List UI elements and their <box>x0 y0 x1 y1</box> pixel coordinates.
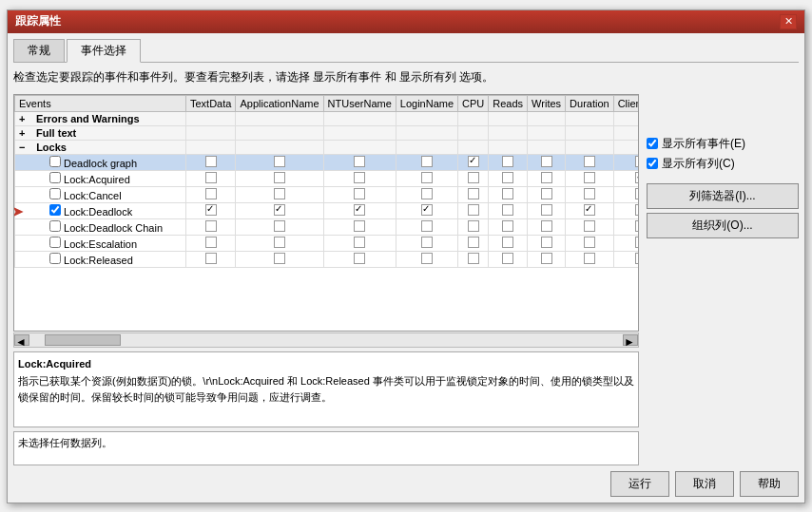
col-filter-button[interactable]: 列筛选器(I)... <box>647 183 799 209</box>
table-row[interactable]: Lock:Cancel <box>15 186 640 202</box>
cell-check[interactable] <box>528 218 566 235</box>
cell-check[interactable] <box>186 186 236 202</box>
cell-check[interactable] <box>528 154 566 170</box>
cell-check[interactable] <box>458 170 489 186</box>
cell-check[interactable] <box>236 235 323 251</box>
cancel-button[interactable]: 取消 <box>675 471 734 497</box>
cell-check[interactable] <box>458 186 489 202</box>
cell-check[interactable] <box>236 154 323 170</box>
cell-check[interactable] <box>528 170 566 186</box>
cell-check[interactable] <box>396 218 457 235</box>
cell-check[interactable] <box>396 154 457 170</box>
cell-check[interactable] <box>186 235 236 251</box>
table-row[interactable]: − Locks <box>15 140 640 154</box>
organize-cols-button[interactable]: 组织列(O)... <box>647 213 799 238</box>
table-row[interactable]: + Full text <box>15 125 640 140</box>
tree-toggle[interactable]: − <box>19 142 30 153</box>
cell-check[interactable] <box>489 251 528 267</box>
cell-check[interactable] <box>323 202 396 218</box>
row-checkbox[interactable] <box>49 204 61 216</box>
cell-check[interactable] <box>458 218 489 235</box>
cell-check[interactable] <box>489 186 528 202</box>
cell-check[interactable] <box>528 251 566 267</box>
cell-check[interactable] <box>613 186 639 202</box>
cell-check[interactable] <box>236 251 323 267</box>
show-all-columns-option[interactable]: 显示所有列(C) <box>647 156 799 172</box>
row-checkbox[interactable] <box>49 188 61 199</box>
cell-check[interactable] <box>566 154 614 170</box>
table-row[interactable]: Lock:Acquired <box>15 170 640 186</box>
cell-check[interactable] <box>186 170 236 186</box>
cell-check[interactable] <box>458 202 489 218</box>
table-row[interactable]: + Errors and Warnings <box>15 111 640 125</box>
cell-check[interactable] <box>458 235 489 251</box>
cell-check[interactable] <box>236 170 323 186</box>
cell-check[interactable] <box>186 154 236 170</box>
cell-check[interactable] <box>613 154 639 170</box>
cell-check[interactable] <box>613 251 639 267</box>
show-all-events-checkbox[interactable] <box>647 138 658 149</box>
cell-check[interactable] <box>323 218 396 235</box>
cell-check[interactable] <box>236 218 323 235</box>
cell-check[interactable] <box>528 202 566 218</box>
cell-check[interactable] <box>323 154 396 170</box>
cell-check[interactable] <box>566 251 614 267</box>
cell-check[interactable] <box>458 154 489 170</box>
cell-check[interactable] <box>458 251 489 267</box>
events-table-container[interactable]: Events TextData ApplicationName NTUserNa… <box>13 94 639 332</box>
show-all-events-option[interactable]: 显示所有事件(E) <box>647 136 799 152</box>
horizontal-scrollbar[interactable]: ◄ ► <box>13 332 639 348</box>
run-button[interactable]: 运行 <box>610 471 669 497</box>
cell-check <box>528 111 566 125</box>
table-row[interactable]: Lock:Deadlock Chain <box>15 218 640 235</box>
tab-general[interactable]: 常规 <box>13 39 65 62</box>
cell-check[interactable] <box>566 202 614 218</box>
cell-check[interactable] <box>323 235 396 251</box>
tree-toggle[interactable]: + <box>19 113 30 124</box>
cell-check[interactable] <box>236 186 323 202</box>
cell-check[interactable] <box>396 202 457 218</box>
cell-check[interactable] <box>396 251 457 267</box>
table-row[interactable]: ➤ Lock:Deadlock <box>15 202 640 218</box>
cell-check[interactable] <box>489 170 528 186</box>
cell-check[interactable] <box>236 202 323 218</box>
help-button[interactable]: 帮助 <box>740 471 799 497</box>
cell-check[interactable] <box>528 235 566 251</box>
cell-check[interactable] <box>396 235 457 251</box>
cell-check[interactable] <box>186 202 236 218</box>
cell-check[interactable] <box>489 202 528 218</box>
row-checkbox[interactable] <box>49 220 61 232</box>
table-row[interactable]: Lock:Released <box>15 251 640 267</box>
show-all-columns-checkbox[interactable] <box>647 158 658 169</box>
cell-check[interactable] <box>613 218 639 235</box>
table-row[interactable]: Lock:Escalation <box>15 235 640 251</box>
cell-check[interactable] <box>566 235 614 251</box>
row-checkbox[interactable] <box>49 172 61 183</box>
row-checkbox[interactable] <box>49 237 61 248</box>
cell-check[interactable] <box>528 186 566 202</box>
cell-check <box>186 111 236 125</box>
tree-toggle[interactable]: + <box>19 127 30 139</box>
cell-check[interactable] <box>186 218 236 235</box>
cell-check[interactable] <box>489 154 528 170</box>
cell-check[interactable] <box>566 170 614 186</box>
cell-check[interactable] <box>566 186 614 202</box>
close-button[interactable]: ✕ <box>780 14 797 29</box>
cell-check[interactable] <box>323 170 396 186</box>
cell-check[interactable] <box>613 170 639 186</box>
cell-check[interactable] <box>613 202 639 218</box>
tab-events[interactable]: 事件选择 <box>67 39 141 63</box>
table-row[interactable]: Deadlock graph <box>15 154 640 170</box>
cell-check[interactable] <box>489 235 528 251</box>
scroll-thumb[interactable] <box>45 334 121 346</box>
cell-check[interactable] <box>396 186 457 202</box>
cell-check[interactable] <box>186 251 236 267</box>
cell-check[interactable] <box>323 251 396 267</box>
cell-check[interactable] <box>323 186 396 202</box>
row-checkbox[interactable] <box>49 253 61 264</box>
cell-check[interactable] <box>489 218 528 235</box>
cell-check[interactable] <box>613 235 639 251</box>
cell-check[interactable] <box>396 170 457 186</box>
row-checkbox[interactable] <box>49 156 61 167</box>
cell-check[interactable] <box>566 218 614 235</box>
